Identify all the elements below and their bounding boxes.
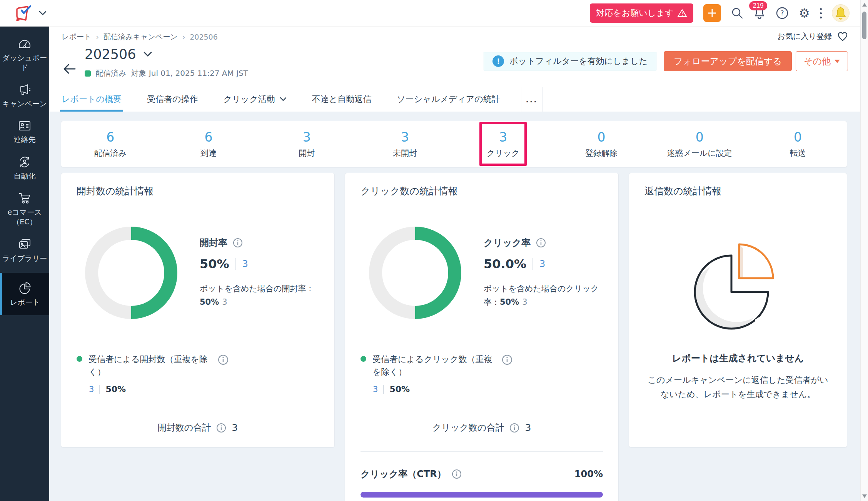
- sidebar-item-label: eコマース（EC）: [2, 207, 48, 226]
- stat-unopened[interactable]: 3 未開封: [356, 121, 454, 167]
- replies-card-title: 返信数の統計情報: [644, 185, 831, 197]
- stat-opens[interactable]: 3 開封: [258, 121, 356, 167]
- tab-report-overview[interactable]: レポートの概要: [62, 87, 122, 112]
- info-icon[interactable]: [233, 238, 243, 248]
- stat-value: 0: [794, 130, 802, 145]
- legend-dot-icon: [77, 356, 82, 362]
- action-required-button[interactable]: 対応をお願いします: [590, 3, 693, 23]
- clicks-card-title: クリック数の統計情報: [361, 185, 603, 197]
- benchmark-logo[interactable]: [13, 4, 33, 22]
- scrollbar-thumb[interactable]: [862, 12, 866, 39]
- tab-label: ソーシャルメディアの統計: [397, 94, 500, 105]
- notice-text: ボットフィルターを有効にしました: [509, 55, 648, 67]
- click-bot-note: ボットを含めた場合のクリック率：50%3: [484, 282, 603, 309]
- pie-chart-illustration-icon: [690, 239, 786, 331]
- logo-chevron-down-icon[interactable]: [38, 10, 47, 16]
- info-filled-icon: !: [492, 55, 504, 67]
- tab-recipient-actions[interactable]: 受信者の操作: [147, 87, 198, 112]
- sidebar-item-dashboard[interactable]: ダッシュボード: [0, 32, 49, 78]
- clicks-stats-card: クリック数の統計情報 クリック率: [345, 173, 619, 501]
- sidebar-item-label: 自動化: [14, 171, 36, 181]
- dashboard-icon: [18, 38, 32, 50]
- app-window: 対応をお願いします 219: [0, 0, 868, 501]
- empty-report-title: レポートは生成されていません: [644, 352, 831, 364]
- scrollbar-down-arrow[interactable]: [862, 494, 867, 498]
- stat-unsubscribes[interactable]: 0 登録解除: [552, 121, 650, 167]
- ctr-value: 100%: [574, 469, 603, 479]
- opens-card-title: 開封数の統計情報: [77, 185, 319, 197]
- info-icon[interactable]: [502, 354, 512, 365]
- vertical-scrollbar[interactable]: [860, 0, 868, 501]
- info-icon[interactable]: [509, 423, 519, 433]
- sidebar-item-automation[interactable]: 自動化: [0, 150, 49, 187]
- info-icon[interactable]: [216, 423, 226, 433]
- stat-label: 配信済み: [94, 148, 127, 159]
- info-icon[interactable]: [218, 354, 229, 365]
- search-button[interactable]: [731, 7, 743, 19]
- tab-click-activity[interactable]: クリック活動: [224, 87, 287, 112]
- status-label: 配信済み: [95, 68, 126, 78]
- ctr-label: クリック率（CTR）: [361, 468, 446, 480]
- tab-label: 不達と自動返信: [312, 94, 372, 105]
- pie-chart-icon: [18, 281, 32, 294]
- favorite-register[interactable]: お気に入り登録: [778, 31, 848, 42]
- more-menu-button[interactable]: [820, 8, 822, 18]
- warning-triangle-icon: [677, 8, 687, 18]
- breadcrumb-reports[interactable]: レポート: [62, 32, 91, 42]
- stat-delivered[interactable]: 6 到達: [159, 121, 257, 167]
- stat-forwards[interactable]: 0 転送: [749, 121, 847, 167]
- sidebar-item-reports[interactable]: レポート: [0, 273, 49, 316]
- open-rate-count[interactable]: 3: [242, 259, 248, 269]
- ctr-progress-bar: [361, 492, 603, 498]
- other-actions-button[interactable]: その他: [796, 51, 848, 71]
- scrollbar-up-arrow[interactable]: [862, 3, 867, 7]
- contact-card-icon: [18, 120, 32, 132]
- heart-icon[interactable]: [837, 32, 848, 42]
- stat-value: 0: [696, 130, 704, 145]
- sidebar-item-library[interactable]: ライブラリー: [0, 232, 49, 269]
- library-images-icon: [18, 238, 32, 250]
- kebab-icon: [820, 8, 822, 18]
- avatar[interactable]: [832, 4, 850, 22]
- back-button[interactable]: [63, 63, 76, 75]
- legend-dot-icon: [361, 356, 366, 362]
- clicks-total-label: クリック数の合計: [432, 422, 504, 434]
- tab-bounces-autoreplies[interactable]: 不達と自動返信: [312, 87, 372, 112]
- opens-legend-count[interactable]: 3: [89, 385, 94, 394]
- opens-legend-label: 受信者による開封数（重複を除く）: [88, 353, 212, 378]
- help-icon: ?: [776, 7, 789, 20]
- stat-spam[interactable]: 0 迷惑メールに設定: [651, 121, 749, 167]
- sidebar-item-contacts[interactable]: 連絡先: [0, 114, 49, 150]
- open-rate-label: 開封率: [200, 237, 227, 249]
- click-rate-count[interactable]: 3: [539, 259, 545, 269]
- other-actions-label: その他: [804, 55, 831, 67]
- create-new-button[interactable]: [703, 4, 721, 22]
- stat-value: 3: [499, 130, 507, 145]
- report-header: レポート › 配信済みキャンペーン › 202506 お気に入り登録 202: [49, 27, 860, 112]
- stat-sent[interactable]: 6 配信済み: [61, 121, 159, 167]
- tab-social-media-stats[interactable]: ソーシャルメディアの統計: [397, 87, 500, 112]
- clicks-legend-count[interactable]: 3: [373, 385, 378, 394]
- benchmark-logo-icon: [13, 4, 33, 22]
- main-area: レポート › 配信済みキャンペーン › 202506 お気に入り登録 202: [49, 27, 860, 501]
- notifications-button[interactable]: 219: [753, 7, 766, 20]
- stat-label: 到達: [200, 148, 217, 159]
- info-icon[interactable]: [452, 469, 462, 479]
- sidebar-item-ecommerce[interactable]: eコマース（EC）: [0, 186, 49, 232]
- stat-clicks[interactable]: 3 クリック: [454, 121, 552, 167]
- opens-legend: 受信者による開封数（重複を除く） 3 50%: [77, 353, 319, 394]
- clicks-total: クリック数の合計 3: [361, 422, 603, 434]
- settings-button[interactable]: ⚙: [799, 7, 810, 19]
- info-icon[interactable]: [536, 238, 546, 248]
- tab-label: 受信者の操作: [147, 94, 198, 105]
- send-followup-button[interactable]: フォローアップを配信する: [664, 51, 792, 71]
- breadcrumb-sent-campaigns[interactable]: 配信済みキャンペーン: [103, 32, 178, 42]
- help-button[interactable]: ?: [776, 7, 789, 20]
- click-rate-label: クリック率: [484, 237, 531, 249]
- gear-icon: ⚙: [799, 7, 810, 19]
- title-chevron-down-icon[interactable]: [143, 51, 152, 57]
- tabs-overflow-button[interactable]: ...: [521, 87, 542, 112]
- tab-label: クリック活動: [224, 94, 275, 105]
- sidebar-item-campaigns[interactable]: キャンペーン: [0, 78, 49, 114]
- sidebar-item-label: 連絡先: [14, 135, 36, 144]
